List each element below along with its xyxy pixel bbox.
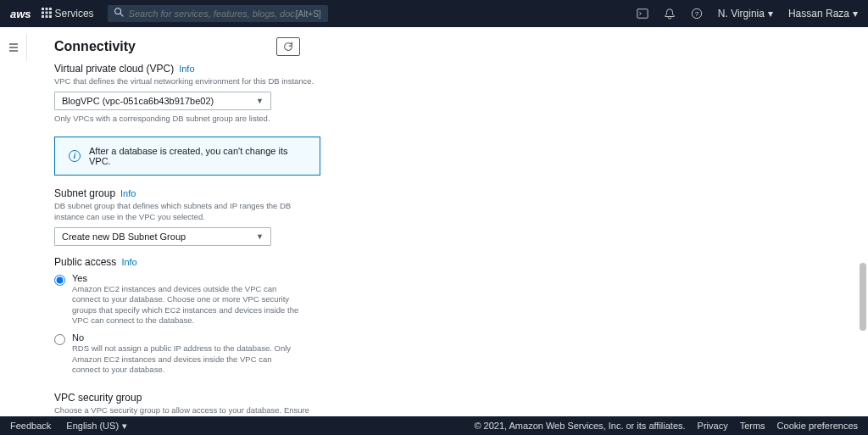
radio-no[interactable] (54, 334, 65, 345)
chevron-down-icon: ▾ (768, 8, 773, 20)
subnet-select[interactable]: Create new DB Subnet Group ▼ (54, 227, 271, 246)
scrollbar-thumb[interactable] (860, 263, 866, 331)
footer-bar: Feedback English (US) ▾ © 2021, Amazon W… (0, 416, 868, 435)
menu-icon (8, 42, 19, 53)
search-shortcut: [Alt+S] (296, 9, 321, 19)
public-access-no[interactable]: No RDS will not assign a public IP addre… (54, 332, 300, 375)
public-access-info-link[interactable]: Info (121, 257, 136, 267)
no-label: No (72, 332, 300, 343)
info-icon: i (69, 150, 81, 162)
feedback-link[interactable]: Feedback (10, 421, 51, 432)
svg-rect-3 (42, 11, 44, 14)
radio-yes[interactable] (54, 275, 65, 286)
help-icon[interactable]: ? (691, 8, 703, 20)
vpc-label: Virtual private cloud (VPC) (54, 63, 174, 75)
vpc-info-box: i After a database is created, you can't… (54, 137, 320, 176)
subnet-select-value: Create new DB Subnet Group (62, 231, 186, 242)
info-box-text: After a database is created, you can't c… (89, 146, 306, 166)
svg-rect-2 (49, 8, 52, 10)
security-group-label: VPC security group (54, 392, 320, 404)
svg-rect-4 (45, 11, 47, 14)
public-access-yes[interactable]: Yes Amazon EC2 instances and devices out… (54, 273, 300, 326)
user-label: Hassan Raza (788, 8, 849, 20)
vpc-help: Only VPCs with a corresponding DB subnet… (54, 114, 320, 123)
global-search[interactable]: [Alt+S] (108, 5, 328, 22)
region-selector[interactable]: N. Virginia ▾ (718, 8, 773, 20)
search-icon (114, 8, 124, 20)
svg-rect-0 (42, 8, 44, 10)
nav-right: ? N. Virginia ▾ Hassan Raza ▾ (637, 8, 858, 20)
vpc-select-value: BlogVPC (vpc-051ca6b43b917be02) (62, 96, 214, 106)
search-input[interactable] (129, 8, 296, 19)
chevron-down-icon: ▾ (122, 421, 127, 432)
svg-rect-1 (45, 8, 47, 10)
svg-rect-6 (42, 15, 44, 18)
region-label: N. Virginia (718, 8, 765, 20)
svg-point-9 (114, 8, 120, 14)
language-selector[interactable]: English (US) ▾ (66, 421, 127, 432)
cookies-link[interactable]: Cookie preferences (777, 421, 858, 431)
panel-title: Connectivity (54, 39, 136, 54)
copyright: © 2021, Amazon Web Services, Inc. or its… (474, 421, 685, 431)
scrollbar[interactable] (860, 246, 866, 415)
language-label: English (US) (66, 421, 119, 431)
refresh-button[interactable] (276, 37, 300, 56)
privacy-link[interactable]: Privacy (698, 421, 728, 431)
vpc-info-link[interactable]: Info (179, 64, 194, 74)
vpc-select[interactable]: BlogVPC (vpc-051ca6b43b917be02) ▼ (54, 92, 271, 110)
user-menu[interactable]: Hassan Raza ▾ (788, 8, 858, 20)
svg-text:?: ? (695, 10, 699, 18)
chevron-down-icon: ▾ (853, 8, 858, 20)
notifications-icon[interactable] (664, 8, 676, 20)
subnet-desc: DB subnet group that defines which subne… (54, 201, 320, 222)
subnet-label: Subnet group (54, 187, 115, 199)
subnet-info-link[interactable]: Info (120, 188, 136, 198)
grid-icon (42, 8, 52, 20)
services-button[interactable]: Services (42, 8, 94, 20)
aws-logo[interactable]: aws (10, 8, 31, 20)
svg-rect-5 (49, 11, 52, 14)
terms-link[interactable]: Terms (740, 421, 765, 431)
yes-label: Yes (72, 273, 300, 283)
yes-desc: Amazon EC2 instances and devices outside… (72, 284, 300, 326)
svg-line-10 (120, 14, 122, 16)
no-desc: RDS will not assign a public IP address … (72, 343, 300, 375)
vpc-desc: VPC that defines the virtual networking … (54, 76, 320, 86)
refresh-icon (282, 41, 294, 53)
chevron-down-icon: ▼ (256, 97, 264, 105)
sidebar-toggle[interactable] (0, 34, 27, 61)
svg-rect-8 (49, 15, 52, 18)
svg-rect-11 (637, 9, 648, 19)
public-access-label: Public access (54, 256, 116, 268)
top-nav: aws Services [Alt+S] ? N. Virginia ▾ (0, 0, 868, 27)
svg-rect-7 (45, 15, 47, 18)
services-label: Services (55, 8, 94, 20)
nav-left: aws Services [Alt+S] (10, 5, 328, 22)
connectivity-panel: Connectivity Virtual private cloud (VPC)… (54, 27, 341, 435)
cloudshell-icon[interactable] (637, 8, 648, 20)
chevron-down-icon: ▼ (256, 232, 264, 241)
